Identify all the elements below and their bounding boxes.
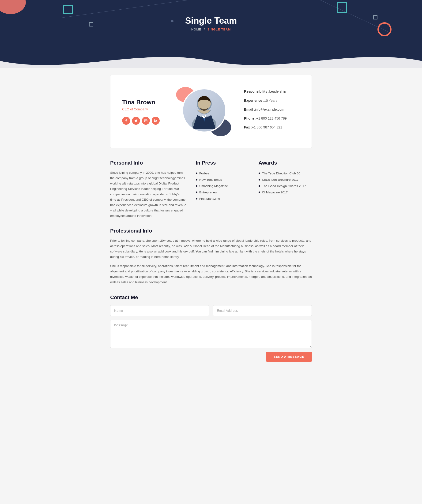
name-input[interactable]: [110, 305, 209, 316]
profile-name: Tina Brown: [122, 99, 164, 106]
breadcrumb-home[interactable]: HOME: [191, 28, 201, 31]
contact-name-email-row: [110, 305, 312, 316]
profile-details: Responsibility :Leadership Experience :1…: [244, 89, 300, 134]
breadcrumb-current: SINGLE TEAM: [207, 28, 231, 31]
phone-label: Phone: [244, 116, 254, 120]
personal-info-section: Personal Info Since joining company in 2…: [110, 160, 186, 218]
deco-dot: [171, 20, 174, 22]
svg-rect-0: [145, 119, 147, 122]
award-item-tdc: The Type Direction Club 60: [259, 170, 312, 176]
deco-pink-circle: [0, 0, 26, 14]
experience-label: Experience: [244, 99, 262, 102]
awards-list: The Type Direction Club 60 Class Icon-Br…: [259, 170, 312, 196]
linkedin-icon[interactable]: [152, 117, 160, 125]
awards-section: Awards The Type Direction Club 60 Class …: [259, 160, 312, 218]
send-message-button[interactable]: SEND A MESSAGE: [266, 352, 312, 362]
contact-title: Contact Me: [110, 294, 312, 300]
breadcrumb: HOME / SINGLE TEAM: [191, 28, 231, 31]
svg-point-2: [154, 119, 155, 120]
hero-section: Single Team HOME / SINGLE TEAM: [0, 0, 422, 47]
profile-left: Tina Brown CEO of Company: [122, 99, 164, 125]
award-item-class: Class Icon-Brochure 2017: [259, 176, 312, 183]
awards-title: Awards: [259, 160, 312, 166]
deco-line1: [62, 0, 213, 18]
deco-small-sq2: [373, 15, 377, 19]
profile-job-title: CEO of Company: [122, 107, 164, 111]
page-title: Single Team: [185, 16, 237, 26]
email-input[interactable]: [213, 305, 312, 316]
professional-title: Professional Info: [110, 228, 312, 234]
profile-photo: [182, 88, 226, 133]
contact-form: SEND A MESSAGE: [110, 305, 312, 362]
info-columns: Personal Info Since joining company in 2…: [110, 160, 312, 218]
twitter-icon[interactable]: [132, 117, 140, 125]
deco-coral-circle: [377, 22, 392, 36]
press-item-firstmag: First Manazine: [196, 196, 249, 202]
submit-row: SEND A MESSAGE: [110, 352, 312, 362]
deco-teal-square: [63, 5, 73, 14]
responsibility-label: Responsibility: [244, 90, 267, 93]
award-item-gda: The Good Design Awards 2017: [259, 183, 312, 189]
phone-row: Phone :+1 800 123 456 789: [244, 116, 300, 121]
fax-label: Fax: [244, 126, 250, 129]
contact-section: Contact Me SEND A MESSAGE: [110, 294, 312, 362]
experience-row: Experience :10 Years: [244, 98, 300, 103]
professional-para1: Prior to joining company, she spent 20+ …: [110, 238, 312, 260]
press-list: Forbes New York Times Smashing Magazine …: [196, 170, 249, 202]
email-value: :info@example.com: [254, 108, 284, 111]
personal-info-text: Since joining company in 2009, she has h…: [110, 170, 186, 218]
in-press-section: In Press Forbes New York Times Smashing …: [196, 160, 249, 218]
message-textarea[interactable]: [110, 320, 312, 348]
deco-teal-sq2: [337, 2, 347, 13]
profile-image-wrap: [178, 85, 230, 138]
responsibility-row: Responsibility :Leadership: [244, 89, 300, 94]
experience-value: :10 Years: [263, 99, 277, 102]
in-press-title: In Press: [196, 160, 249, 166]
profile-card: Tina Brown CEO of Company: [110, 75, 312, 148]
instagram-icon[interactable]: [142, 117, 150, 125]
professional-section: Professional Info Prior to joining compa…: [110, 228, 312, 285]
responsibility-value: :Leadership: [268, 90, 286, 93]
email-row: Email :info@example.com: [244, 107, 300, 112]
professional-para2: She is responsible for all delivery, ope…: [110, 264, 312, 285]
fax-row: Fax :+1 800 987 654 321: [244, 125, 300, 130]
breadcrumb-sep: /: [204, 28, 205, 31]
facebook-icon[interactable]: [122, 117, 130, 125]
press-item-nyt: New York Times: [196, 176, 249, 183]
press-item-smashing: Smashing Magazine: [196, 183, 249, 189]
phone-value: :+1 800 123 456 789: [255, 116, 286, 120]
press-item-forbes: Forbes: [196, 170, 249, 176]
fax-value: :+1 800 987 654 321: [251, 126, 282, 129]
main-content: Tina Brown CEO of Company: [106, 68, 316, 376]
press-item-entrepreneur: Entrepreneur: [196, 189, 249, 196]
email-label: Email: [244, 108, 253, 111]
social-icons-group: [122, 117, 164, 125]
deco-small-sq1: [89, 22, 93, 26]
personal-info-title: Personal Info: [110, 160, 186, 166]
award-item-ci: CI Magazine 2017: [259, 189, 312, 196]
